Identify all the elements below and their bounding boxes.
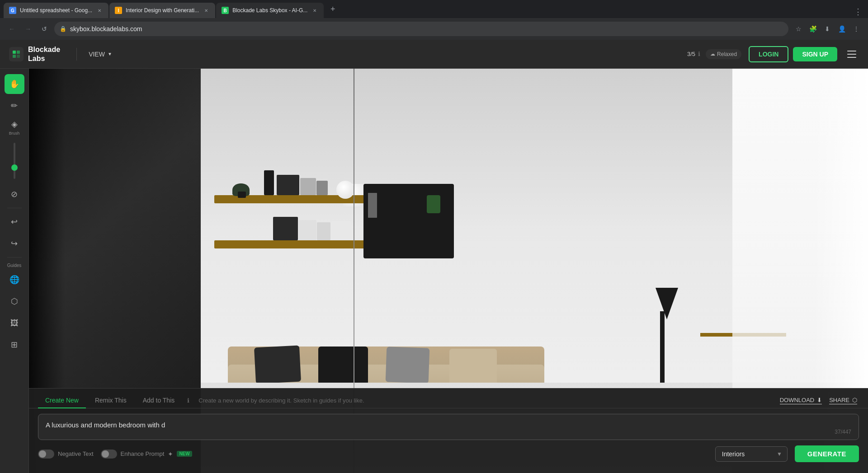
tab-create-new[interactable]: Create New [38, 393, 86, 408]
pen-tool-button[interactable]: ✏ [5, 96, 24, 116]
relaxed-badge: ☁ Relaxed [706, 49, 741, 59]
image-guide-button[interactable]: 🖼 [5, 313, 24, 333]
brush-tool-button[interactable]: ◈ Brush [5, 117, 24, 137]
login-button[interactable]: LOGIN [749, 46, 788, 62]
tab-1-close[interactable]: ✕ [96, 7, 103, 14]
brush-size-thumb[interactable] [11, 164, 18, 171]
address-bar[interactable]: 🔒 skybox.blockadelabs.com [54, 22, 788, 36]
enhance-prompt-toggle-group: Enhance Prompt ✦ NEW [101, 450, 192, 459]
new-badge: NEW [177, 451, 192, 457]
share-button[interactable]: SHARE ⬡ [829, 397, 857, 404]
menu-line-3 [847, 57, 856, 58]
prompt-area: 37/447 Negative Text [29, 408, 868, 473]
download-browser-button[interactable]: ⬇ [821, 23, 834, 35]
tab-3-title: Blockade Labs Skybox - AI-G... [232, 7, 307, 14]
grid-icon: ⊞ [11, 340, 18, 350]
logo-text: Blockade Labs [28, 45, 60, 62]
nav-actions: ☆ 🧩 ⬇ 👤 ⋮ [792, 23, 863, 35]
signup-button[interactable]: SIGN UP [793, 47, 837, 61]
tab-add-to-this[interactable]: Add to This [136, 393, 182, 408]
brush-size-track[interactable] [14, 143, 15, 179]
hint-info-icon: ℹ [187, 397, 189, 404]
vase-dark [264, 170, 274, 195]
negative-text-label: Negative Text [58, 450, 94, 457]
app-header: Blockade Labs VIEW ▼ 3/5 ℹ ☁ Relaxed LOG… [0, 40, 868, 69]
grid-guide-button[interactable]: ⊞ [5, 335, 24, 355]
extensions-button[interactable]: 🧩 [807, 23, 819, 35]
prompt-input[interactable] [46, 420, 851, 432]
browser-more-button[interactable]: ⋮ [850, 23, 863, 35]
download-label: DOWNLOAD [780, 397, 815, 403]
bookmark-button[interactable]: ☆ [792, 23, 805, 35]
logo-icon [9, 47, 24, 61]
viewport: Create New Remix This Add to This ℹ Crea… [29, 69, 868, 473]
browser-menu-button[interactable]: ⋮ [852, 5, 864, 18]
tab-3-close[interactable]: ✕ [311, 7, 318, 14]
toolbar-separator-1 [7, 208, 22, 208]
gen-count-info-icon: ℹ [698, 51, 700, 57]
book-small [316, 181, 328, 195]
new-tab-button[interactable]: + [326, 3, 339, 15]
tab-2-title: Interior Design with Generati... [126, 7, 199, 14]
view-label: VIEW [89, 51, 105, 58]
floor-lamp-shade [656, 288, 678, 319]
svg-rect-3 [17, 55, 20, 58]
menu-line-2 [847, 54, 856, 55]
app: Blockade Labs VIEW ▼ 3/5 ℹ ☁ Relaxed LOG… [0, 40, 868, 473]
share-label: SHARE [829, 397, 849, 403]
cabinet-book [368, 193, 377, 218]
profile-button[interactable]: 👤 [835, 23, 848, 35]
tab-2-icon: I [115, 7, 122, 14]
tab-remix-this[interactable]: Remix This [88, 393, 134, 408]
cube-icon: ⬡ [11, 296, 18, 306]
redo-icon: ↪ [11, 239, 18, 248]
prompt-input-wrapper: 37/447 [38, 414, 859, 440]
ban-tool-button[interactable]: ⊘ [5, 184, 24, 204]
tab-3[interactable]: B Blockade Labs Skybox - AI-G... ✕ [216, 3, 324, 18]
tab-bar: G Untitled spreadsheet - Goog... ✕ I Int… [0, 0, 868, 18]
undo-icon: ↩ [11, 217, 18, 227]
bottom-panel: Create New Remix This Add to This ℹ Crea… [29, 388, 868, 473]
cube-guide-button[interactable]: ⬡ [5, 291, 24, 311]
ban-icon: ⊘ [11, 189, 18, 199]
main-content: ✋ ✏ ◈ Brush ⊘ ↩ ↪ [0, 69, 868, 473]
hand-icon: ✋ [9, 79, 19, 89]
guides-label: Guides [7, 263, 22, 268]
reload-button[interactable]: ↺ [38, 23, 51, 35]
generate-button[interactable]: GENERATE [795, 445, 859, 462]
shelf2-book-white [298, 220, 316, 240]
view-dropdown[interactable]: VIEW ▼ [84, 48, 117, 61]
books-light [300, 178, 316, 195]
enhance-prompt-toggle[interactable] [101, 450, 117, 459]
forward-button[interactable]: → [22, 23, 34, 35]
tab-1-title: Untitled spreadsheet - Goog... [20, 7, 92, 14]
tab-1[interactable]: G Untitled spreadsheet - Goog... ✕ [4, 3, 108, 18]
shelf2-books-dark [273, 217, 298, 240]
plant-pot [238, 192, 246, 198]
download-button[interactable]: DOWNLOAD ⬇ [780, 397, 822, 404]
undo-button[interactable]: ↩ [5, 212, 24, 232]
browser-chrome: G Untitled spreadsheet - Goog... ✕ I Int… [0, 0, 868, 40]
back-button[interactable]: ← [5, 23, 18, 35]
svg-rect-1 [17, 51, 20, 54]
hand-tool-button[interactable]: ✋ [5, 74, 24, 94]
negative-text-toggle-thumb [39, 450, 46, 458]
relaxed-label: Relaxed [717, 51, 737, 57]
brush-label: Brush [9, 131, 20, 136]
style-select[interactable]: Interiors Fantasy Sci-Fi Anime Photoreal… [715, 446, 788, 462]
pillow-3 [386, 347, 430, 383]
tab-1-icon: G [9, 7, 16, 14]
negative-text-toggle[interactable] [38, 450, 54, 459]
brush-icon: ◈ [11, 119, 18, 129]
bottom-actions: DOWNLOAD ⬇ SHARE ⬡ [780, 397, 859, 404]
pen-icon: ✏ [11, 101, 18, 111]
globe-guide-button[interactable]: 🌐 [5, 270, 24, 290]
tab-2-close[interactable]: ✕ [203, 7, 210, 14]
logo-area: Blockade Labs [9, 45, 60, 62]
hamburger-menu-button[interactable] [844, 47, 859, 61]
redo-button[interactable]: ↪ [5, 234, 24, 253]
pillow-4 [449, 349, 497, 385]
share-icon: ⬡ [852, 397, 857, 403]
relaxed-icon: ☁ [710, 51, 715, 57]
tab-2[interactable]: I Interior Design with Generati... ✕ [109, 3, 215, 18]
